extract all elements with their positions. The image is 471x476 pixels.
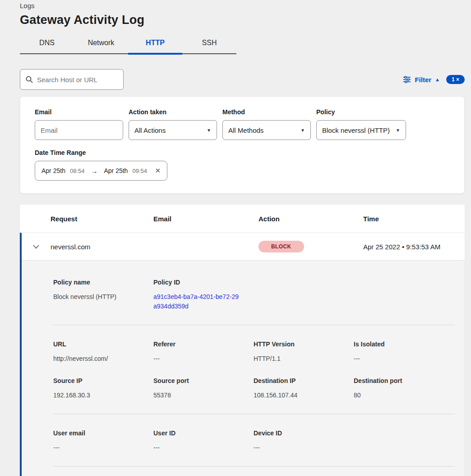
referer-label: Referer: [153, 341, 254, 348]
url-item: URL http://neverssl.com/: [53, 341, 153, 364]
policy-select[interactable]: Block neverssl (HTTP) ▼: [316, 120, 406, 140]
clear-date-icon[interactable]: ✕: [155, 167, 161, 175]
chevron-down-icon: ▼: [396, 128, 400, 133]
filter-sliders-icon: [403, 76, 411, 83]
policy-id-label: Policy ID: [153, 279, 254, 286]
expanded-row-group: neverssl.com BLOCK Apr 25 2022 • 9:53:53…: [20, 233, 465, 476]
tab-ssh[interactable]: SSH: [182, 36, 236, 53]
policy-filter-label: Policy: [316, 108, 406, 116]
tab-bar: DNS Network HTTP SSH: [20, 36, 236, 54]
row-request: neverssl.com: [51, 243, 153, 251]
email-field-wrap: [35, 120, 123, 140]
device-id-item: Device ID ---: [254, 429, 354, 453]
col-time: Time: [363, 215, 465, 223]
divider: [53, 325, 455, 325]
arrow-right-icon: →: [89, 167, 99, 175]
col-request: Request: [51, 215, 153, 223]
device-id-value: ---: [254, 443, 354, 453]
action-filter-label: Action taken: [129, 108, 217, 116]
http-version-label: HTTP Version: [254, 341, 354, 348]
is-isolated-label: Is Isolated: [354, 341, 454, 348]
block-status-badge: BLOCK: [259, 241, 304, 252]
url-label: URL: [53, 341, 153, 348]
date-range-label: Date Time Range: [35, 149, 450, 156]
source-ip-item: Source IP 192.168.30.3: [53, 377, 153, 400]
divider: [53, 466, 455, 467]
method-filter-label: Method: [222, 108, 311, 116]
filter-toggle[interactable]: Filter ▲ 1 ×: [403, 75, 465, 84]
source-ip-label: Source IP: [53, 377, 153, 384]
col-email: Email: [153, 215, 259, 223]
destination-port-item: Destination port 80: [354, 377, 454, 400]
end-time: 09:54: [132, 168, 147, 174]
policy-select-value: Block neverssl (HTTP): [322, 126, 390, 134]
table-row[interactable]: neverssl.com BLOCK Apr 25 2022 • 9:53:53…: [22, 233, 465, 260]
referer-value: ---: [153, 354, 254, 364]
policy-name-value: Block neverssl (HTTP): [53, 292, 153, 302]
page-title: Gateway Activity Log: [20, 13, 465, 27]
destination-port-label: Destination port: [354, 377, 454, 384]
user-email-item: User email ---: [53, 429, 153, 453]
col-action: Action: [259, 215, 363, 223]
is-isolated-value: ---: [354, 354, 454, 364]
http-version-value: HTTP/1.1: [254, 354, 354, 364]
url-value: http://neverssl.com/: [53, 354, 153, 364]
collapse-caret-icon: ▲: [435, 77, 440, 82]
method-select-value: All Methods: [228, 126, 263, 134]
policy-name-label: Policy name: [53, 279, 153, 286]
tab-http[interactable]: HTTP: [128, 36, 182, 53]
row-time: Apr 25 2022 • 9:53:53 AM: [363, 243, 465, 251]
user-id-label: User ID: [153, 429, 254, 437]
is-isolated-item: Is Isolated ---: [354, 341, 454, 364]
destination-ip-label: Destination IP: [254, 377, 354, 384]
email-field[interactable]: [41, 126, 117, 134]
user-id-value: ---: [153, 443, 254, 453]
end-date: Apr 25th: [104, 167, 128, 174]
start-date: Apr 25th: [42, 167, 65, 174]
table-header: Request Email Action Time: [20, 205, 465, 233]
start-time: 08:54: [70, 168, 85, 174]
destination-port-value: 80: [354, 391, 454, 400]
filter-label: Filter: [415, 76, 431, 84]
row-action: BLOCK: [259, 241, 363, 252]
toolbar: Filter ▲ 1 ×: [20, 69, 465, 90]
date-range-picker[interactable]: Apr 25th 08:54 → Apr 25th 09:54 ✕: [35, 161, 167, 181]
chevron-down-icon: ▼: [300, 128, 305, 133]
user-id-item: User ID ---: [153, 429, 254, 453]
destination-ip-value: 108.156.107.44: [254, 391, 354, 400]
policy-name-item: Policy name Block neverssl (HTTP): [53, 279, 153, 311]
tab-dns[interactable]: DNS: [20, 36, 74, 53]
device-id-label: Device ID: [254, 429, 354, 437]
action-select-value: All Actions: [134, 126, 166, 134]
source-port-item: Source port 55378: [153, 377, 254, 400]
search-box[interactable]: [20, 69, 124, 90]
user-email-label: User email: [53, 429, 153, 437]
tab-network[interactable]: Network: [74, 36, 128, 53]
action-select[interactable]: All Actions ▼: [129, 120, 217, 140]
referer-item: Referer ---: [153, 341, 254, 364]
policy-id-link[interactable]: a91c3eb4-ba7a-4201-be72-29a934dd359d: [153, 292, 242, 311]
row-details: Policy name Block neverssl (HTTP) Policy…: [22, 260, 465, 476]
policy-id-item: Policy ID a91c3eb4-ba7a-4201-be72-29a934…: [153, 279, 254, 311]
chevron-down-icon[interactable]: [22, 245, 51, 249]
http-version-item: HTTP Version HTTP/1.1: [254, 341, 354, 364]
user-email-value: ---: [53, 443, 153, 453]
source-port-label: Source port: [153, 377, 254, 384]
filter-count-badge[interactable]: 1 ×: [446, 75, 465, 84]
source-port-value: 55378: [153, 391, 254, 400]
email-filter-label: Email: [35, 108, 123, 116]
log-table: Request Email Action Time neverssl.com B…: [20, 205, 465, 476]
breadcrumb: Logs: [20, 0, 465, 9]
chevron-down-icon: ▼: [207, 128, 211, 133]
method-select[interactable]: All Methods ▼: [222, 120, 311, 140]
source-ip-value: 192.168.30.3: [53, 391, 153, 400]
search-icon: [26, 76, 33, 83]
divider: [53, 414, 455, 414]
filter-panel: Email Action taken All Actions ▼ Method …: [20, 96, 465, 194]
search-input[interactable]: [37, 76, 118, 84]
destination-ip-item: Destination IP 108.156.107.44: [254, 377, 354, 400]
